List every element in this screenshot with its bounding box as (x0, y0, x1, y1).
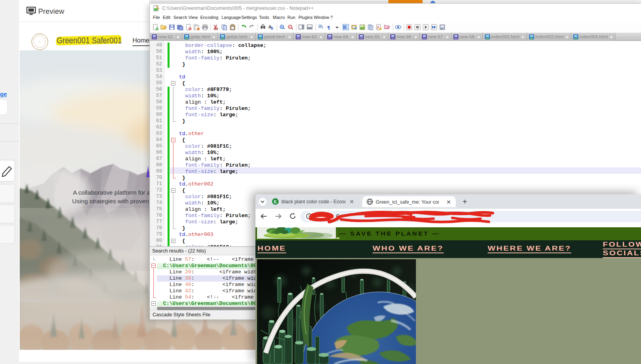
svg-text:-: - (289, 25, 291, 29)
svg-text:f: f (377, 25, 379, 30)
svg-text:+: + (281, 25, 283, 29)
svg-text:b: b (271, 26, 273, 30)
svg-text:E: E (274, 199, 277, 204)
svg-text:¶: ¶ (327, 24, 330, 30)
